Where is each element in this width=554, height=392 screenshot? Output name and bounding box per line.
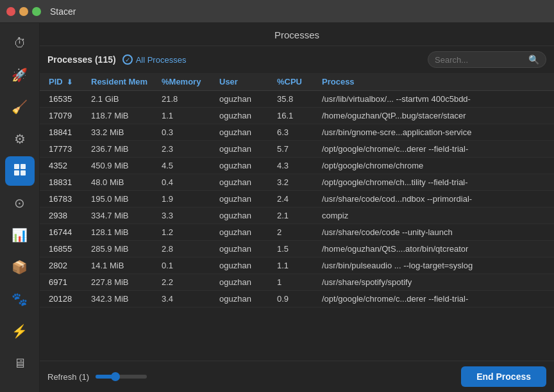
slider-thumb[interactable] bbox=[111, 372, 120, 381]
cell-mem: 285.9 MiB bbox=[85, 241, 155, 257]
tweaks-icon: 🐾 bbox=[12, 291, 28, 307]
cell-pid: 6971 bbox=[40, 274, 85, 291]
cell-mem: 2.1 GiB bbox=[85, 91, 155, 108]
col-header-mem[interactable]: Resident Mem bbox=[85, 73, 155, 91]
cell-pct-mem: 2.8 bbox=[155, 241, 213, 257]
cell-cpu: 2.4 bbox=[271, 191, 315, 208]
maximize-button[interactable] bbox=[32, 7, 41, 16]
table-header-row: PID ⬇ Resident Mem %Memory User %CPU bbox=[40, 73, 554, 91]
cell-user: oguzhan bbox=[213, 108, 271, 124]
cell-cpu: 0.9 bbox=[271, 291, 315, 307]
table-row[interactable]: 16855 285.9 MiB 2.8 oguzhan 1.5 /home/og… bbox=[40, 241, 554, 257]
cell-pid: 16535 bbox=[40, 91, 85, 108]
cell-cpu: 1 bbox=[271, 274, 315, 291]
search-input[interactable] bbox=[435, 55, 525, 65]
cell-cpu: 6.3 bbox=[271, 124, 315, 141]
cell-cpu: 3.2 bbox=[271, 174, 315, 191]
table-body: 16535 2.1 GiB 21.8 oguzhan 35.8 /usr/lib… bbox=[40, 91, 554, 307]
sidebar-item-resources[interactable]: ⚡ bbox=[5, 316, 35, 346]
sidebar-item-tweaks[interactable]: 🐾 bbox=[5, 284, 35, 314]
services-icon: ⊙ bbox=[14, 195, 25, 211]
sidebar: ⏱ 🚀 🧹 ⚙ ⊙ 📊 📦 🐾 ⚡ 🖥 bbox=[0, 23, 40, 392]
cell-user: oguzhan bbox=[213, 291, 271, 307]
cell-pid: 16855 bbox=[40, 241, 85, 257]
processes-table-container[interactable]: PID ⬇ Resident Mem %Memory User %CPU bbox=[40, 73, 554, 361]
sidebar-item-dashboard[interactable]: ⏱ bbox=[5, 28, 35, 58]
cell-pid: 2802 bbox=[40, 257, 85, 274]
processes-table: PID ⬇ Resident Mem %Memory User %CPU bbox=[40, 73, 554, 307]
cell-mem: 128.1 MiB bbox=[85, 224, 155, 241]
cell-cpu: 5.7 bbox=[271, 141, 315, 158]
table-row[interactable]: 16783 195.0 MiB 1.9 oguzhan 2.4 /usr/sha… bbox=[40, 191, 554, 208]
cell-pid: 18841 bbox=[40, 124, 85, 141]
cell-pct-mem: 21.8 bbox=[155, 91, 213, 108]
cell-process: /home/oguzhan/QtP...bug/stacer/stacer bbox=[315, 108, 554, 124]
cell-cpu: 1.5 bbox=[271, 241, 315, 257]
end-process-button[interactable]: End Process bbox=[461, 366, 546, 387]
cell-pct-mem: 0.1 bbox=[155, 257, 213, 274]
minimize-button[interactable] bbox=[19, 7, 28, 16]
table-row[interactable]: 16744 128.1 MiB 1.2 oguzhan 2 /usr/share… bbox=[40, 224, 554, 241]
page-title: Processes bbox=[274, 29, 319, 40]
table-row[interactable]: 18831 48.0 MiB 0.4 oguzhan 3.2 /opt/goog… bbox=[40, 174, 554, 191]
cell-pct-mem: 0.4 bbox=[155, 174, 213, 191]
cell-process: compiz bbox=[315, 208, 554, 224]
col-header-process[interactable]: Process bbox=[315, 73, 554, 91]
svg-rect-3 bbox=[21, 170, 26, 176]
table-row[interactable]: 6971 227.8 MiB 2.2 oguzhan 1 /usr/share/… bbox=[40, 274, 554, 291]
col-header-user[interactable]: User bbox=[213, 73, 271, 91]
table-row[interactable]: 4352 450.9 MiB 4.5 oguzhan 4.3 /opt/goog… bbox=[40, 158, 554, 174]
sidebar-item-stats[interactable]: 📊 bbox=[5, 220, 35, 250]
table-row[interactable]: 20128 342.3 MiB 3.4 oguzhan 0.9 /opt/goo… bbox=[40, 291, 554, 307]
cell-pct-mem: 2.3 bbox=[155, 141, 213, 158]
table-row[interactable]: 18841 33.2 MiB 0.3 oguzhan 6.3 /usr/bin/… bbox=[40, 124, 554, 141]
cell-pct-mem: 1.1 bbox=[155, 108, 213, 124]
toolbar: Processes (115) ✓ All Processes 🔍 bbox=[40, 46, 554, 73]
cell-pct-mem: 1.9 bbox=[155, 191, 213, 208]
cell-mem: 195.0 MiB bbox=[85, 191, 155, 208]
broom-icon: 🧹 bbox=[12, 99, 28, 115]
cell-user: oguzhan bbox=[213, 174, 271, 191]
table-row[interactable]: 17773 236.7 MiB 2.3 oguzhan 5.7 /opt/goo… bbox=[40, 141, 554, 158]
cell-user: oguzhan bbox=[213, 124, 271, 141]
sidebar-item-apps[interactable]: 🚀 bbox=[5, 60, 35, 90]
table-row[interactable]: 16535 2.1 GiB 21.8 oguzhan 35.8 /usr/lib… bbox=[40, 91, 554, 108]
close-button[interactable] bbox=[6, 7, 15, 16]
cell-user: oguzhan bbox=[213, 141, 271, 158]
cell-mem: 334.7 MiB bbox=[85, 208, 155, 224]
table-row[interactable]: 2938 334.7 MiB 3.3 oguzhan 2.1 compiz bbox=[40, 208, 554, 224]
sidebar-item-services[interactable]: ⊙ bbox=[5, 188, 35, 218]
sidebar-item-processes[interactable] bbox=[5, 156, 35, 186]
cell-user: oguzhan bbox=[213, 257, 271, 274]
cell-process: /usr/bin/gnome-scre...application-servic… bbox=[315, 124, 554, 141]
sidebar-item-tools[interactable]: 🧹 bbox=[5, 92, 35, 122]
table-row[interactable]: 17079 118.7 MiB 1.1 oguzhan 16.1 /home/o… bbox=[40, 108, 554, 124]
cell-cpu: 16.1 bbox=[271, 108, 315, 124]
table-row[interactable]: 2802 14.1 MiB 0.1 oguzhan 1.1 /usr/bin/p… bbox=[40, 257, 554, 274]
cell-pct-mem: 1.2 bbox=[155, 224, 213, 241]
resources-icon: ⚡ bbox=[12, 323, 28, 339]
toolbar-left: Processes (115) ✓ All Processes bbox=[47, 54, 186, 65]
all-processes-button[interactable]: ✓ All Processes bbox=[122, 54, 187, 65]
svg-rect-1 bbox=[21, 164, 26, 169]
sidebar-item-terminal[interactable]: 🖥 bbox=[5, 348, 35, 378]
processes-count-label: Processes (115) bbox=[47, 54, 116, 65]
col-header-pct-mem[interactable]: %Memory bbox=[155, 73, 213, 91]
refresh-slider[interactable] bbox=[96, 375, 147, 379]
cell-user: oguzhan bbox=[213, 191, 271, 208]
sidebar-item-settings[interactable]: ⚙ bbox=[5, 124, 35, 154]
sort-icon: ⬇ bbox=[67, 78, 72, 86]
cell-process: /usr/share/spotify/spotify bbox=[315, 274, 554, 291]
sidebar-item-packages[interactable]: 📦 bbox=[5, 252, 35, 282]
col-header-pid[interactable]: PID ⬇ bbox=[40, 73, 85, 91]
cell-mem: 342.3 MiB bbox=[85, 291, 155, 307]
cell-mem: 118.7 MiB bbox=[85, 108, 155, 124]
main-content: Processes Processes (115) ✓ All Processe… bbox=[40, 23, 554, 392]
cell-process: /usr/share/code/code --unity-launch bbox=[315, 224, 554, 241]
cell-process: /opt/google/chrome/ch...tility --field-t… bbox=[315, 174, 554, 191]
col-header-cpu[interactable]: %CPU bbox=[271, 73, 315, 91]
cell-pid: 17079 bbox=[40, 108, 85, 124]
cell-pid: 18831 bbox=[40, 174, 85, 191]
cell-process: /usr/lib/virtualbox/... --startvm 400c5b… bbox=[315, 91, 554, 108]
app-title: Stacer bbox=[50, 6, 76, 17]
